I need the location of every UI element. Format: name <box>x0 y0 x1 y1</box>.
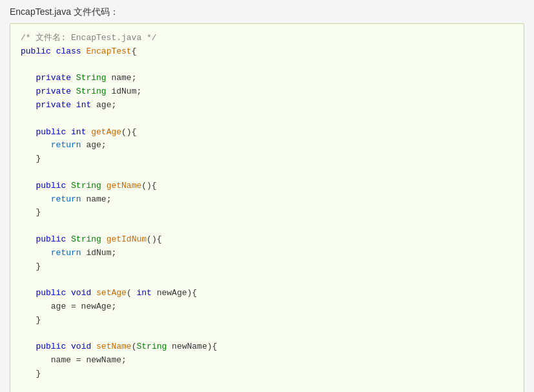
code-line-4: private String name; <box>21 72 513 85</box>
code-line-14: } <box>21 206 513 220</box>
code-line-17: return idNum; <box>21 247 513 260</box>
code-line-5: private String idNum; <box>21 85 513 99</box>
code-line-16: public String getIdNum(){ <box>21 233 513 247</box>
file-title: EncapTest.java 文件代码： <box>10 6 524 18</box>
code-line-12: public String getName(){ <box>21 180 513 193</box>
page-container: EncapTest.java 文件代码： /* 文件名: EncapTest.j… <box>0 0 534 392</box>
code-line-24: public void setName(String newName){ <box>21 340 513 354</box>
code-line-10: } <box>21 152 513 166</box>
code-line-23 <box>21 327 513 341</box>
code-box: /* 文件名: EncapTest.java */ public class E… <box>10 23 524 392</box>
code-line-22: } <box>21 314 513 327</box>
code-line-26: } <box>21 367 513 381</box>
code-line-1: /* 文件名: EncapTest.java */ <box>21 32 513 45</box>
code-line-11 <box>21 166 513 180</box>
code-line-7 <box>21 112 513 126</box>
code-line-19 <box>21 273 513 287</box>
code-line-18: } <box>21 260 513 274</box>
code-line-25: name = newName; <box>21 354 513 367</box>
code-line-15 <box>21 220 513 233</box>
code-line-13: return name; <box>21 193 513 207</box>
code-line-21: age = newAge; <box>21 300 513 314</box>
code-line-9: return age; <box>21 139 513 152</box>
code-line-8: public int getAge(){ <box>21 126 513 139</box>
code-line-20: public void setAge( int newAge){ <box>21 287 513 300</box>
code-line-27 <box>21 381 513 392</box>
code-line-2: public class EncapTest{ <box>21 45 513 59</box>
code-line-6: private int age; <box>21 99 513 112</box>
code-line-3 <box>21 59 513 72</box>
